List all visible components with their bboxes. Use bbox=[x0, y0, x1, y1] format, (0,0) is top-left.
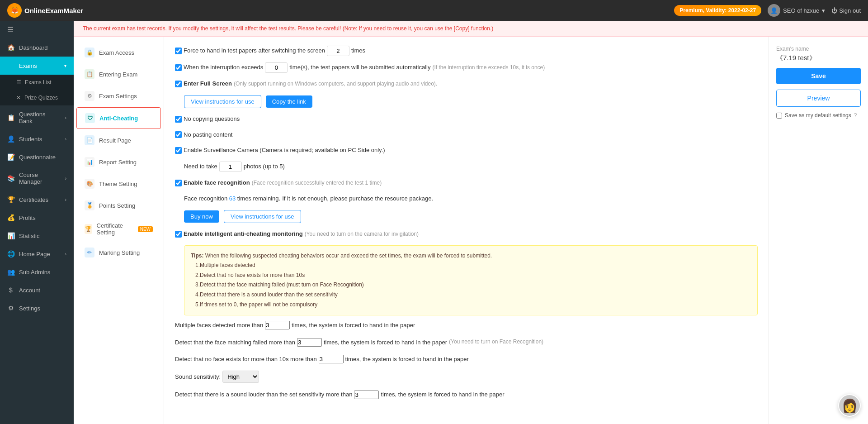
sec-item-marking-setting[interactable]: ✏ Marking Setting bbox=[76, 242, 161, 263]
sec-item-label: Marking Setting bbox=[99, 249, 140, 256]
sound-detect-label: Detect that there is a sound louder than… bbox=[175, 389, 352, 400]
no-face-row: Detect that no face exists for more than… bbox=[175, 354, 758, 364]
photos-suffix: photos (up to 5) bbox=[244, 162, 285, 172]
multiple-faces-input[interactable] bbox=[265, 321, 290, 329]
tips-title: Tips: bbox=[191, 252, 203, 259]
no-pasting-checkbox[interactable] bbox=[175, 131, 182, 138]
sidebar-item-exams[interactable]: ✓ Exams ▾ bbox=[0, 57, 74, 75]
sidebar-item-statistic[interactable]: 📊 Statistic bbox=[0, 227, 74, 245]
sidebar-item-settings[interactable]: ⚙ Settings bbox=[0, 299, 74, 317]
sec-item-points-setting[interactable]: 🏅 Points Setting bbox=[76, 195, 161, 216]
sidebar-item-label: Exams bbox=[19, 62, 37, 69]
interruption-checkbox[interactable] bbox=[175, 64, 182, 71]
sidebar-item-label: Questionnaire bbox=[19, 154, 56, 161]
sidebar-item-students[interactable]: 👤 Students › bbox=[0, 130, 74, 148]
sidebar-item-questions-bank[interactable]: 📋 Questions Bank › bbox=[0, 105, 74, 130]
bottom-avatar: 👩 bbox=[838, 394, 861, 417]
fullscreen-label: Enter Full Screen bbox=[184, 79, 232, 89]
sec-item-anti-cheating[interactable]: 🛡 Anti-Cheating bbox=[76, 107, 161, 129]
surveillance-checkbox[interactable] bbox=[175, 147, 182, 154]
tips-content: When the following suspected cheating be… bbox=[205, 252, 492, 259]
sidebar-item-label: Account bbox=[19, 287, 40, 294]
chevron-down-icon: › bbox=[65, 252, 66, 257]
premium-badge[interactable]: Premium, Validity: 2022-02-27 bbox=[674, 5, 761, 16]
buy-now-button[interactable]: Buy now bbox=[184, 210, 219, 223]
intelligent-checkbox[interactable] bbox=[175, 231, 182, 238]
face-matching-input[interactable] bbox=[297, 338, 322, 347]
sidebar-item-certificates[interactable]: 🏆 Certificates › bbox=[0, 191, 74, 209]
force-handin-input[interactable] bbox=[327, 46, 349, 56]
sidebar-item-label: Certificates bbox=[19, 196, 48, 203]
sec-item-label: Anti-Cheating bbox=[99, 115, 138, 122]
exam-name-section: Exam's name 《7.19 test》 bbox=[776, 46, 861, 62]
sec-item-exam-access[interactable]: 🔒 Exam Access bbox=[76, 42, 161, 63]
sec-item-label: Exam Access bbox=[99, 49, 134, 56]
face-matching-suffix: times, the system is forced to hand in t… bbox=[324, 337, 447, 348]
interruption-input[interactable] bbox=[265, 62, 288, 73]
main-layout: ☰ 🏠 Dashboard ✓ Exams ▾ ☰ Exams List ✕ P… bbox=[0, 21, 868, 424]
no-copying-label: No copying questions bbox=[184, 114, 240, 124]
sidebar-item-label: Home Page bbox=[19, 251, 50, 257]
help-icon[interactable]: ? bbox=[854, 112, 857, 119]
face-recognition-row: Enable face recognition (Face recognitio… bbox=[175, 178, 758, 188]
sidebar-item-exams-list[interactable]: ☰ Exams List bbox=[0, 75, 74, 90]
sound-sensitivity-select[interactable]: High Medium Low bbox=[222, 371, 259, 383]
surveillance-row: Enable Surveillance Camera (Camera is re… bbox=[175, 146, 758, 155]
exams-submenu: ☰ Exams List ✕ Prize Quizzes bbox=[0, 75, 74, 105]
sidebar-item-sub-admins[interactable]: 👥 Sub Admins bbox=[0, 263, 74, 281]
sec-item-report-setting[interactable]: 📊 Report Setting bbox=[76, 152, 161, 172]
intelligent-row: Enable intelligent anti-cheating monitor… bbox=[175, 229, 758, 239]
tip-item-4: 4.Detect that there is a sound louder th… bbox=[195, 290, 751, 300]
logo: 🦊 OnlineExamMaker bbox=[7, 3, 83, 18]
fullscreen-row: Enter Full Screen (Only support running … bbox=[175, 79, 758, 89]
tips-box: Tips: When the following suspected cheat… bbox=[184, 245, 758, 316]
photos-row: Need to take photos (up to 5) bbox=[184, 162, 758, 172]
sec-item-exam-settings[interactable]: ⚙ Exam Settings bbox=[76, 86, 161, 106]
force-handin-checkbox[interactable] bbox=[175, 48, 182, 54]
sec-item-theme-setting[interactable]: 🎨 Theme Setting bbox=[76, 173, 161, 194]
sidebar-item-dashboard[interactable]: 🏠 Dashboard bbox=[0, 38, 74, 57]
no-copying-row: No copying questions bbox=[175, 114, 758, 124]
sec-item-result-page[interactable]: 📄 Result Page bbox=[76, 130, 161, 151]
intelligent-label: Enable intelligent anti-cheating monitor… bbox=[184, 229, 303, 239]
instructions-row: View instructions for use Copy the link bbox=[184, 95, 758, 108]
sec-item-label: Certificate Setting bbox=[97, 222, 132, 236]
default-settings-row: Save as my default settings ? bbox=[776, 112, 861, 119]
view-instructions2-button[interactable]: View instructions for use bbox=[224, 210, 301, 223]
photos-input[interactable] bbox=[219, 162, 242, 172]
chevron-down-icon: › bbox=[65, 176, 66, 181]
view-instructions-button[interactable]: View instructions for use bbox=[184, 95, 261, 108]
preview-button[interactable]: Preview bbox=[776, 90, 861, 107]
sec-item-certificate-setting[interactable]: 🏆 Certificate Setting NEW bbox=[76, 217, 161, 241]
sidebar-item-profits[interactable]: 💰 Profits bbox=[0, 209, 74, 227]
user-name: SEO of hzxue bbox=[783, 7, 819, 14]
sidebar-item-prize-quizzes[interactable]: ✕ Prize Quizzes bbox=[0, 90, 74, 105]
sidebar-toggle[interactable]: ☰ bbox=[0, 21, 74, 38]
no-face-input[interactable] bbox=[319, 355, 344, 363]
sidebar-item-course-manager[interactable]: 📚 Course Manager › bbox=[0, 166, 74, 191]
check-icon: ✓ bbox=[7, 62, 14, 69]
sidebar-item-questionnaire[interactable]: 📝 Questionnaire bbox=[0, 148, 74, 166]
content-area: The current exam has test records. If yo… bbox=[74, 21, 868, 424]
no-copying-checkbox[interactable] bbox=[175, 116, 182, 123]
copy-link-button[interactable]: Copy the link bbox=[266, 95, 312, 108]
force-handin-row: Force to hand in test papers after switc… bbox=[175, 46, 758, 56]
default-settings-checkbox[interactable] bbox=[776, 113, 782, 119]
sidebar-item-account[interactable]: $ Account bbox=[0, 281, 74, 299]
no-pasting-row: No pasting content bbox=[175, 130, 758, 140]
no-face-label: Detect that no face exists for more than… bbox=[175, 354, 317, 364]
tip-item-2: 2.Detect that no face exists for more th… bbox=[195, 271, 751, 281]
sec-item-entering-exam[interactable]: 📋 Entering Exam bbox=[76, 64, 161, 85]
face-recognition-hint: (Face recognition successfully entered t… bbox=[252, 179, 382, 187]
secondary-sidebar: 🔒 Exam Access 📋 Entering Exam ⚙ Exam Set… bbox=[74, 37, 164, 424]
sound-detect-input[interactable] bbox=[354, 391, 379, 399]
user-menu[interactable]: 👤 SEO of hzxue ▾ bbox=[768, 4, 825, 17]
list-icon: ☰ bbox=[16, 79, 21, 86]
save-button[interactable]: Save bbox=[776, 68, 861, 84]
sign-out-button[interactable]: ⏻ Sign out bbox=[831, 7, 861, 14]
sidebar-item-home-page[interactable]: 🌐 Home Page › bbox=[0, 245, 74, 263]
fullscreen-checkbox[interactable] bbox=[175, 81, 182, 87]
logo-icon: 🦊 bbox=[7, 3, 22, 18]
no-pasting-label: No pasting content bbox=[184, 130, 232, 140]
face-recognition-checkbox[interactable] bbox=[175, 180, 182, 186]
